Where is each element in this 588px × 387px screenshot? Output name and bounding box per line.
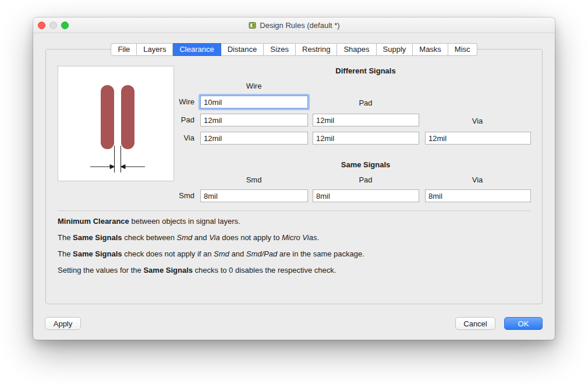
tab-layers[interactable]: Layers (137, 43, 173, 56)
minimize-button[interactable] (49, 22, 57, 29)
column-header-pad-same: Pad (359, 175, 372, 184)
same-signals-title: Same Signals (341, 160, 391, 169)
input-smd-smd[interactable] (200, 189, 308, 202)
column-header-via: Via (472, 117, 483, 125)
input-wire-wire[interactable] (200, 96, 308, 108)
row-label-pad: Pad (148, 114, 194, 126)
window-title: Design Rules (default *) (248, 21, 339, 30)
tab-misc[interactable]: Misc (448, 43, 477, 56)
row-label-wire: Wire (148, 96, 194, 108)
tab-supply[interactable]: Supply (377, 43, 413, 56)
input-via-wire[interactable] (200, 132, 308, 145)
note-line: Minimum Clearance between objects in sig… (58, 217, 530, 226)
clearance-tab-panel: Different Signals Wire Pad Via Wire Pad … (45, 49, 543, 304)
note-line: The Same Signals check between Smd and V… (58, 233, 530, 242)
design-rules-window: Design Rules (default *) FileLayersClear… (33, 17, 555, 340)
column-header-smd-same: Smd (246, 175, 262, 184)
input-via-pad[interactable] (313, 132, 419, 145)
dimension-annotation (90, 146, 145, 173)
zoom-button[interactable] (61, 22, 69, 29)
input-smd-pad[interactable] (313, 189, 419, 202)
tab-masks[interactable]: Masks (413, 43, 448, 56)
design-rules-icon (248, 21, 257, 30)
notes-divider (58, 210, 530, 211)
input-smd-via[interactable] (425, 189, 531, 202)
tab-restring[interactable]: Restring (296, 43, 337, 56)
input-via-via[interactable] (425, 132, 531, 145)
input-pad-pad[interactable] (313, 114, 419, 126)
note-line: The Same Signals check does not apply if… (58, 249, 530, 259)
different-signals-title: Different Signals (335, 66, 395, 75)
column-header-pad: Pad (359, 98, 372, 107)
column-header-wire: Wire (246, 82, 262, 90)
tab-distance[interactable]: Distance (221, 43, 264, 56)
column-header-via-same: Via (472, 175, 483, 184)
apply-button[interactable]: Apply (45, 317, 81, 330)
tab-bar: FileLayersClearanceDistanceSizesRestring… (33, 43, 555, 56)
tab-file[interactable]: File (111, 43, 137, 56)
ok-button[interactable]: OK (504, 317, 543, 330)
tab-shapes[interactable]: Shapes (337, 43, 376, 56)
titlebar: Design Rules (default *) (33, 17, 555, 33)
input-pad-wire[interactable] (200, 114, 308, 126)
traffic-lights (38, 22, 69, 29)
note-line: Setting the values for the Same Signals … (58, 266, 530, 275)
row-label-smd: Smd (148, 189, 194, 202)
tab-clearance[interactable]: Clearance (173, 43, 221, 56)
row-label-via: Via (148, 132, 194, 145)
window-title-text: Design Rules (default *) (260, 21, 339, 30)
wire-bar-left (101, 85, 114, 149)
cancel-button[interactable]: Cancel (455, 317, 495, 330)
close-button[interactable] (38, 22, 45, 29)
tab-sizes[interactable]: Sizes (264, 43, 296, 56)
notes: Minimum Clearance between objects in sig… (58, 217, 530, 282)
wire-bar-right (121, 85, 134, 149)
